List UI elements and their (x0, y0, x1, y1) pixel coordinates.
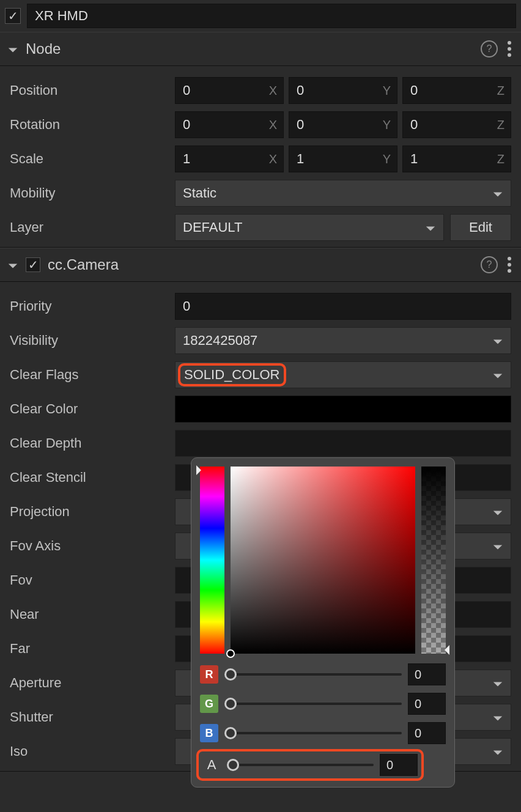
priority-input[interactable] (175, 293, 511, 320)
node-enabled-checkbox[interactable]: ✓ (5, 8, 21, 24)
label-mobility: Mobility (10, 185, 169, 201)
kebab-menu-icon[interactable] (505, 39, 514, 59)
node-name-input[interactable] (27, 4, 516, 28)
label-fov-axis: Fov Axis (10, 538, 169, 554)
chevron-down-icon (7, 259, 18, 270)
label-clear-color: Clear Color (10, 401, 169, 417)
chevron-down-icon (492, 677, 503, 688)
sv-picker-dot[interactable] (226, 649, 235, 658)
section-header-node[interactable]: Node ? (0, 32, 521, 66)
slider-blue[interactable] (224, 727, 402, 739)
label-layer: Layer (10, 220, 169, 235)
section-title-camera: cc.Camera (48, 256, 473, 273)
label-near: Near (10, 607, 169, 622)
help-icon[interactable]: ? (481, 40, 498, 57)
value-red[interactable] (408, 663, 446, 685)
scale-y-input[interactable]: Y (289, 146, 397, 172)
clear-depth-input[interactable] (175, 430, 511, 457)
position-x-input[interactable]: X (175, 77, 284, 104)
label-scale: Scale (10, 151, 169, 167)
label-clear-depth: Clear Depth (10, 435, 169, 451)
chevron-down-icon (425, 222, 436, 233)
channel-badge-b: B (200, 724, 218, 742)
scale-x-input[interactable]: X (175, 146, 284, 172)
channel-badge-a: A (202, 756, 221, 774)
channel-badge-g: G (200, 695, 218, 713)
value-alpha[interactable] (380, 754, 418, 776)
chevron-down-icon (492, 541, 503, 552)
chevron-down-icon (7, 43, 18, 54)
visibility-select[interactable]: 1822425087 (175, 327, 511, 354)
layer-select[interactable]: DEFAULT (175, 214, 444, 241)
slider-green[interactable] (224, 698, 402, 710)
chevron-down-icon (492, 369, 503, 380)
position-z-input[interactable]: Z (402, 77, 511, 104)
chevron-down-icon (492, 746, 503, 757)
rotation-y-input[interactable]: Y (289, 111, 397, 138)
chevron-down-icon (492, 335, 503, 346)
label-far: Far (10, 641, 169, 657)
scale-z-input[interactable]: Z (402, 146, 511, 172)
layer-value: DEFAULT (183, 220, 242, 235)
chevron-down-icon (492, 506, 503, 517)
layer-edit-button[interactable]: Edit (450, 214, 511, 241)
color-picker-popup: R G B A (191, 457, 455, 788)
chevron-down-icon (492, 188, 503, 199)
rotation-z-input[interactable]: Z (402, 111, 511, 138)
rotation-x-input[interactable]: X (175, 111, 284, 138)
label-shutter: Shutter (10, 709, 169, 725)
label-rotation: Rotation (10, 117, 169, 133)
label-fov: Fov (10, 572, 169, 588)
slider-alpha[interactable] (227, 759, 374, 771)
help-icon[interactable]: ? (481, 256, 498, 273)
hue-slider[interactable] (200, 467, 224, 654)
chevron-down-icon (492, 712, 503, 723)
visibility-value: 1822425087 (183, 333, 257, 349)
saturation-value-box[interactable] (231, 467, 415, 654)
label-iso: Iso (10, 744, 169, 759)
clear-color-swatch[interactable] (175, 396, 511, 423)
label-priority: Priority (10, 298, 169, 314)
clear-flags-select[interactable]: SOLID_COLOR (175, 361, 511, 388)
alpha-vertical-slider[interactable] (421, 467, 446, 654)
label-clear-stencil: Clear Stencil (10, 470, 169, 485)
label-clear-flags: Clear Flags (10, 367, 169, 383)
slider-red[interactable] (224, 668, 402, 681)
value-blue[interactable] (408, 722, 446, 744)
label-visibility: Visibility (10, 333, 169, 349)
section-title-node: Node (26, 40, 473, 57)
clear-flags-value: SOLID_COLOR (184, 367, 280, 382)
value-green[interactable] (408, 693, 446, 715)
mobility-select[interactable]: Static (175, 180, 511, 207)
label-projection: Projection (10, 504, 169, 520)
label-aperture: Aperture (10, 675, 169, 691)
channel-badge-r: R (200, 665, 218, 684)
component-enabled-checkbox[interactable]: ✓ (26, 257, 40, 272)
kebab-menu-icon[interactable] (505, 254, 514, 275)
label-position: Position (10, 83, 169, 98)
mobility-value: Static (183, 185, 216, 201)
position-y-input[interactable]: Y (289, 77, 397, 104)
section-header-camera[interactable]: ✓ cc.Camera ? (0, 248, 521, 282)
